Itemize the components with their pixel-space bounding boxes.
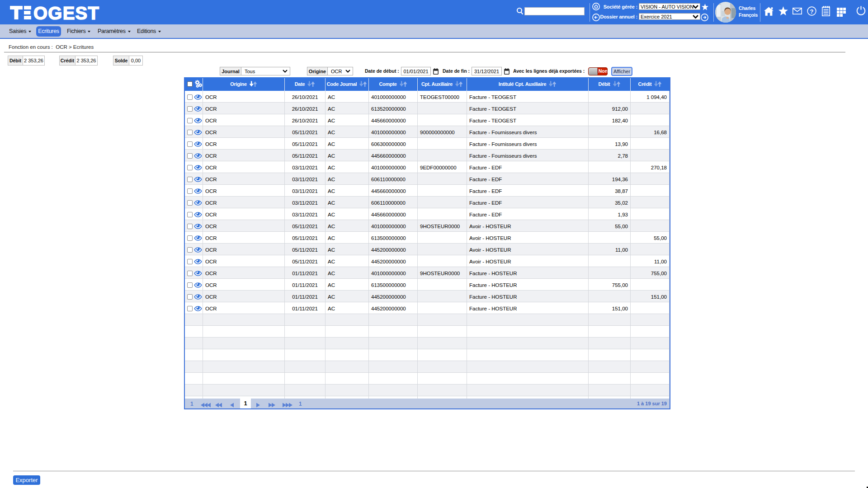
svg-text:OGEST: OGEST: [33, 6, 99, 20]
svg-text:?: ?: [810, 8, 814, 15]
